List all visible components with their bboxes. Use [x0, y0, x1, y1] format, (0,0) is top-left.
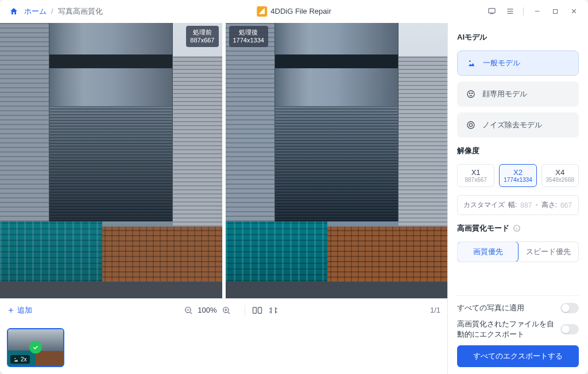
resolution-x1[interactable]: X1 887x667	[457, 164, 494, 187]
titlebar-separator	[523, 7, 524, 15]
width-value: 887	[520, 201, 532, 209]
minimize-button[interactable]	[531, 5, 543, 18]
face-icon	[465, 88, 477, 100]
res-x4-dim: 3548x2668	[542, 177, 578, 183]
svg-rect-5	[258, 307, 261, 313]
image-after-pane[interactable]: 処理後 1774x1334	[226, 23, 448, 298]
svg-rect-0	[488, 9, 494, 13]
svg-point-6	[15, 358, 16, 359]
settings-panel: AIモデル 一般モデル 顔専用モデル	[448, 23, 588, 374]
width-label: 幅:	[508, 200, 517, 210]
res-x4-label: X4	[542, 168, 578, 177]
feedback-icon[interactable]	[485, 5, 498, 18]
res-x2-label: X2	[500, 168, 536, 177]
before-dim: 887x667	[190, 36, 214, 44]
close-button[interactable]	[567, 5, 580, 18]
info-icon[interactable]	[513, 224, 521, 232]
breadcrumb-sep: /	[51, 7, 53, 15]
auto-export-label: 高画質化されたファイルを自動的にエクスポート	[457, 319, 555, 340]
svg-point-11	[467, 122, 474, 128]
thumbnail-strip: 2x	[0, 321, 447, 374]
svg-rect-1	[554, 9, 558, 13]
page-indicator: 1/1	[430, 306, 440, 314]
image-toolbar: 追加 100%	[0, 298, 447, 321]
zoom-value: 100%	[198, 306, 216, 314]
image-compare: 処理前 887x667 処理後 1774x133	[0, 23, 447, 298]
toolbar-separator	[245, 305, 245, 315]
check-icon	[29, 341, 42, 354]
split-view-button[interactable]	[268, 306, 278, 315]
add-button[interactable]: 追加	[7, 305, 32, 315]
mode-quality[interactable]: 画質優先	[457, 241, 519, 262]
export-all-button[interactable]: すべてのエクスポートする	[457, 345, 579, 367]
svg-point-7	[469, 60, 471, 62]
maximize-button[interactable]	[549, 5, 562, 18]
mode-speed[interactable]: スピード優先	[518, 242, 578, 262]
add-label: 追加	[17, 305, 32, 315]
breadcrumb-current: 写真高画質化	[58, 6, 103, 17]
breadcrumb: ホーム / 写真高画質化	[8, 6, 103, 17]
customize-label: カスタマイズ	[463, 200, 505, 210]
resolution-x4[interactable]: X4 3548x2668	[541, 164, 579, 187]
model-general[interactable]: 一般モデル	[457, 50, 579, 76]
before-label: 処理前	[190, 28, 214, 36]
app-window: ホーム / 写真高画質化 4DDiG File Repair	[0, 0, 588, 374]
auto-export-toggle[interactable]	[560, 324, 579, 334]
mode-title: 高画質化モード	[457, 223, 579, 233]
home-icon[interactable]	[8, 6, 20, 17]
height-value: 667	[560, 201, 572, 209]
res-x1-label: X1	[458, 168, 494, 177]
res-x1-dim: 887x667	[458, 177, 494, 183]
svg-point-9	[469, 93, 470, 94]
zoom-out-button[interactable]	[184, 306, 193, 315]
svg-rect-4	[253, 307, 256, 313]
thumbnail-badge: 2x	[10, 355, 30, 364]
side-by-side-view-button[interactable]	[252, 306, 262, 315]
apply-all-toggle[interactable]	[560, 303, 579, 313]
resolution-x2[interactable]: X2 1774x1334	[499, 164, 536, 187]
model-denoise[interactable]: ノイズ除去モデル	[457, 112, 579, 138]
model-denoise-label: ノイズ除去モデル	[482, 120, 542, 130]
svg-point-12	[469, 123, 472, 126]
model-face[interactable]: 顔専用モデル	[457, 81, 579, 107]
ai-model-title: AIモデル	[457, 32, 579, 42]
svg-point-10	[471, 93, 472, 94]
thumbnail-scale: 2x	[21, 356, 27, 363]
resolution-customize[interactable]: カスタマイズ 幅: 887 • 高さ: 667	[457, 195, 579, 215]
resolution-title: 解像度	[457, 146, 579, 156]
zoom-in-button[interactable]	[222, 306, 231, 315]
titlebar: ホーム / 写真高画質化 4DDiG File Repair	[0, 0, 588, 23]
app-title: 4DDiG File Repair	[257, 6, 331, 17]
menu-icon[interactable]	[504, 5, 516, 18]
denoise-icon	[465, 119, 477, 131]
res-x2-dim: 1774x1334	[500, 177, 536, 183]
mode-title-text: 高画質化モード	[457, 223, 509, 233]
app-title-text: 4DDiG File Repair	[270, 7, 331, 15]
model-general-label: 一般モデル	[483, 58, 520, 68]
model-face-label: 顔専用モデル	[482, 89, 527, 99]
before-tag: 処理前 887x667	[186, 26, 218, 47]
after-label: 処理後	[233, 28, 264, 36]
height-label: 高さ:	[541, 200, 557, 210]
image-before-pane[interactable]: 処理前 887x667	[0, 23, 222, 298]
thumbnail-item[interactable]: 2x	[7, 328, 64, 367]
after-dim: 1774x1334	[233, 36, 264, 44]
after-tag: 処理後 1774x1334	[229, 26, 268, 47]
image-icon	[466, 57, 477, 69]
breadcrumb-home[interactable]: ホーム	[24, 6, 47, 17]
svg-point-8	[467, 91, 474, 98]
apply-all-label: すべての写真に適用	[457, 303, 524, 313]
app-logo-icon	[257, 6, 267, 17]
